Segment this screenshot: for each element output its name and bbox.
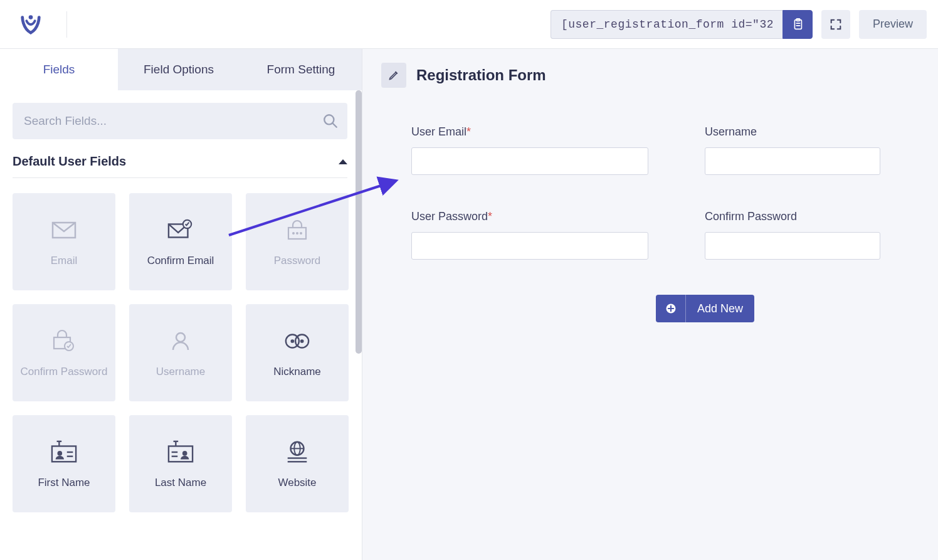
add-new-button[interactable]: Add New	[656, 295, 754, 322]
field-label: Username	[156, 366, 205, 378]
svg-point-14	[176, 333, 185, 342]
username-input[interactable]	[705, 147, 880, 175]
required-star-icon: *	[466, 125, 471, 138]
edit-title-button[interactable]	[381, 63, 406, 88]
label-text: User Email	[411, 125, 466, 138]
field-label: Confirm Email	[147, 255, 214, 267]
password-icon	[284, 217, 310, 243]
field-label: Email	[51, 255, 78, 267]
copy-shortcode-button[interactable]	[783, 10, 813, 39]
form-label: Confirm Password	[705, 210, 880, 223]
logo	[19, 11, 67, 38]
form-row: User Email* Username	[411, 125, 938, 175]
confirm-email-icon	[167, 217, 194, 243]
form-title-row: Registration Form	[381, 63, 938, 88]
preview-button-label: Preview	[873, 18, 913, 31]
preview-button[interactable]: Preview	[859, 10, 927, 39]
required-star-icon: *	[488, 210, 492, 223]
username-icon	[167, 328, 194, 354]
svg-point-11	[300, 232, 302, 235]
sidebar-tabs: Fields Field Options Form Setting	[0, 49, 362, 90]
tab-fields[interactable]: Fields	[0, 49, 118, 90]
field-label: Nickname	[273, 366, 321, 378]
confirm-password-icon	[51, 328, 77, 354]
email-icon	[51, 217, 77, 243]
form-field-user-password[interactable]: User Password*	[411, 210, 648, 260]
form-field-username[interactable]: Username	[705, 125, 880, 175]
form-title: Registration Form	[416, 66, 546, 84]
tab-label: Field Options	[144, 63, 214, 77]
svg-point-17	[291, 339, 295, 343]
tab-label: Fields	[43, 63, 75, 77]
pencil-icon	[387, 69, 400, 82]
clipboard-icon	[791, 18, 804, 31]
user-password-input[interactable]	[411, 232, 648, 260]
form-field-user-email[interactable]: User Email*	[411, 125, 648, 175]
last-name-icon	[167, 439, 194, 465]
form-row: User Password* Confirm Password	[411, 210, 938, 260]
sidebar-content: Default User Fields Email	[0, 90, 362, 560]
chevron-up-icon	[339, 159, 347, 164]
website-icon	[284, 439, 310, 465]
tab-form-setting[interactable]: Form Setting	[240, 49, 362, 90]
sidebar: Fields Field Options Form Setting Defaul…	[0, 49, 362, 560]
plus-circle-icon	[665, 302, 677, 315]
field-grid: Email Confirm Email	[13, 193, 347, 525]
shortcode-input[interactable]	[551, 10, 783, 39]
divider	[66, 11, 67, 38]
label-text: Confirm Password	[705, 210, 797, 223]
form-label: Username	[705, 125, 880, 139]
svg-rect-25	[169, 446, 192, 462]
field-card-nickname[interactable]: Nickname	[246, 304, 349, 401]
field-card-username[interactable]: Username	[129, 304, 232, 401]
label-text: User Password	[411, 210, 488, 223]
form-label: User Password*	[411, 210, 648, 223]
form-label: User Email*	[411, 125, 648, 139]
user-email-input[interactable]	[411, 147, 648, 175]
first-name-icon	[51, 439, 77, 465]
field-card-website[interactable]: Website	[246, 415, 349, 512]
field-label: Last Name	[155, 477, 206, 489]
field-label: Confirm Password	[21, 366, 108, 378]
field-card-password[interactable]: Password	[246, 193, 349, 290]
scrollbar-thumb[interactable]	[356, 90, 362, 354]
section-default-user-fields[interactable]: Default User Fields	[13, 154, 347, 178]
svg-point-10	[296, 232, 298, 235]
tab-field-options[interactable]: Field Options	[118, 49, 240, 90]
field-card-confirm-email[interactable]: Confirm Email	[129, 193, 232, 290]
logo-icon	[19, 13, 43, 36]
section-title: Default User Fields	[13, 154, 126, 169]
field-label: First Name	[38, 477, 90, 489]
add-new-icon-wrap	[656, 295, 686, 322]
svg-point-9	[292, 232, 295, 235]
svg-rect-19	[52, 446, 76, 462]
topbar: Preview	[0, 0, 938, 49]
fullscreen-icon	[829, 18, 843, 31]
svg-point-0	[29, 15, 33, 19]
field-card-last-name[interactable]: Last Name	[129, 415, 232, 512]
nickname-icon	[284, 328, 310, 354]
search-wrap	[13, 103, 347, 139]
add-new-label: Add New	[686, 302, 754, 315]
field-label: Password	[274, 255, 321, 267]
form-canvas: Registration Form User Email* Username U…	[362, 49, 938, 560]
field-card-confirm-password[interactable]: Confirm Password	[13, 304, 115, 401]
search-input[interactable]	[13, 103, 347, 139]
main: Fields Field Options Form Setting Defaul…	[0, 49, 938, 560]
field-card-email[interactable]: Email	[13, 193, 115, 290]
shortcode-group	[551, 10, 813, 39]
form-body: User Email* Username User Password* Conf…	[381, 88, 938, 322]
confirm-password-input[interactable]	[705, 232, 880, 260]
field-label: Website	[278, 477, 316, 489]
svg-point-18	[300, 339, 304, 343]
label-text: Username	[705, 125, 757, 138]
tab-label: Form Setting	[267, 63, 335, 77]
svg-point-22	[58, 451, 63, 456]
form-field-confirm-password[interactable]: Confirm Password	[705, 210, 880, 260]
field-card-first-name[interactable]: First Name	[13, 415, 115, 512]
svg-point-28	[182, 451, 187, 456]
fullscreen-button[interactable]	[821, 10, 850, 39]
